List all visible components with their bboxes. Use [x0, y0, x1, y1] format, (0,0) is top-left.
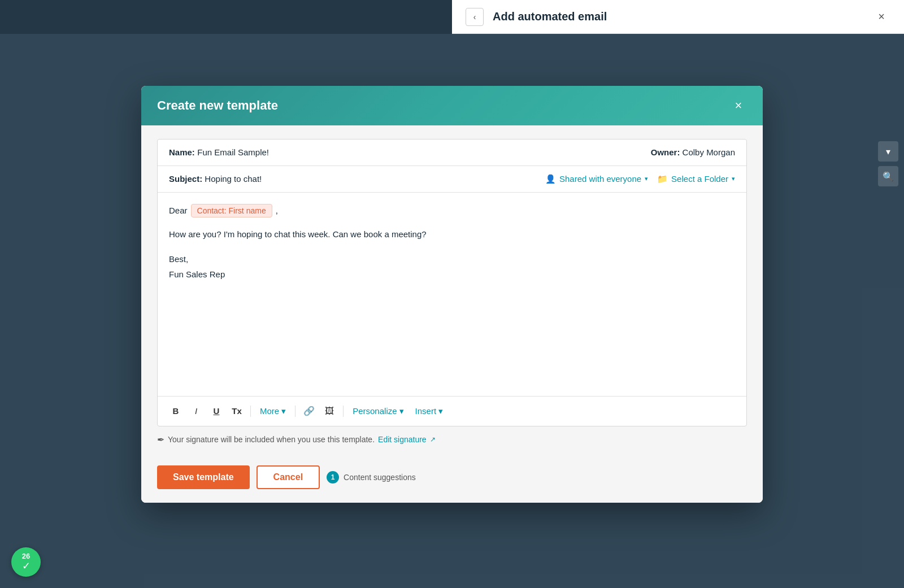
image-icon: 🖼	[325, 406, 334, 416]
edit-signature-link[interactable]: Edit signature	[378, 435, 427, 444]
signature-icon: ✒	[157, 434, 164, 445]
shared-chevron-icon: ▾	[645, 175, 648, 182]
suggestions-badge: 1	[327, 471, 339, 484]
notification-count: 26	[22, 552, 30, 560]
save-template-button[interactable]: Save template	[157, 465, 250, 489]
bold-icon: B	[173, 406, 179, 416]
insert-label: Insert	[415, 406, 437, 416]
shared-icon: 👤	[545, 174, 556, 184]
signature-line2: Fun Sales Rep	[169, 267, 735, 282]
subject-value: Hoping to chat!	[205, 174, 262, 184]
owner-value: Colby Morgan	[683, 147, 735, 157]
more-chevron-icon: ▾	[281, 406, 286, 416]
toolbar-separator-3	[343, 406, 344, 417]
personalize-button[interactable]: Personalize ▾	[348, 404, 408, 419]
select-folder-button[interactable]: 📁 Select a Folder ▾	[657, 174, 735, 184]
subject-field: Subject: Hoping to chat!	[169, 174, 262, 184]
bold-button[interactable]: B	[167, 402, 185, 420]
modal-backdrop: Create new template × Name: Fun Email Sa…	[0, 0, 904, 588]
link-button[interactable]: 🔗	[300, 402, 318, 420]
cancel-button[interactable]: Cancel	[257, 465, 320, 489]
owner-section: Owner: Colby Morgan	[651, 147, 735, 157]
subject-right-controls: 👤 Shared with everyone ▾ 📁 Select a Fold…	[545, 174, 735, 184]
suggestions-label: Content suggestions	[344, 473, 416, 482]
email-body-paragraph: How are you? I'm hoping to chat this wee…	[169, 228, 735, 241]
signature-note: ✒ Your signature will be included when y…	[157, 426, 747, 445]
modal-footer: Save template Cancel 1 Content suggestio…	[141, 456, 763, 503]
create-template-modal: Create new template × Name: Fun Email Sa…	[141, 86, 763, 503]
insert-chevron-icon: ▾	[438, 406, 443, 416]
subject-label: Subject:	[169, 174, 202, 184]
toolbar-separator-1	[250, 406, 251, 417]
personalize-label: Personalize	[353, 406, 397, 416]
italic-icon: I	[195, 406, 197, 416]
modal-body: Name: Fun Email Sample! Owner: Colby Mor…	[141, 125, 763, 456]
image-button[interactable]: 🖼	[320, 402, 338, 420]
italic-button[interactable]: I	[187, 402, 205, 420]
signature-line1: Best,	[169, 251, 735, 267]
name-row: Name: Fun Email Sample! Owner: Colby Mor…	[158, 140, 746, 166]
editor-toolbar: B I U Tx More ▾	[158, 396, 746, 426]
link-icon: 🔗	[303, 406, 315, 416]
modal-close-button[interactable]: ×	[730, 97, 747, 114]
name-value: Fun Email Sample!	[197, 147, 269, 157]
shared-with-button[interactable]: 👤 Shared with everyone ▾	[545, 174, 648, 184]
name-label: Name:	[169, 147, 195, 157]
subject-row: Subject: Hoping to chat! 👤 Shared with e…	[158, 166, 746, 193]
greeting-comma: ,	[276, 206, 278, 215]
folder-label: Select a Folder	[671, 174, 728, 184]
shared-label: Shared with everyone	[559, 174, 641, 184]
content-suggestions-button[interactable]: 1 Content suggestions	[327, 471, 416, 484]
clear-format-button[interactable]: Tx	[228, 402, 246, 420]
email-body-area[interactable]: Dear Contact: First name , How are you? …	[158, 193, 746, 385]
underline-button[interactable]: U	[207, 402, 225, 420]
clear-format-icon: Tx	[232, 406, 242, 416]
modal-header: Create new template ×	[141, 86, 763, 125]
modal-close-icon: ×	[735, 98, 742, 113]
greeting-text: Dear	[169, 206, 188, 215]
signature-note-text: Your signature will be included when you…	[168, 435, 375, 444]
notification-inner: 26 ✓	[22, 552, 31, 572]
notification-badge[interactable]: 26 ✓	[11, 547, 41, 577]
toolbar-separator-2	[295, 406, 295, 417]
owner-label: Owner:	[651, 147, 680, 157]
modal-title: Create new template	[157, 98, 278, 113]
personalize-chevron-icon: ▾	[399, 406, 404, 416]
folder-chevron-icon: ▾	[732, 175, 735, 182]
insert-button[interactable]: Insert ▾	[411, 404, 448, 419]
email-greeting: Dear Contact: First name ,	[169, 204, 735, 217]
folder-icon: 📁	[657, 174, 668, 184]
name-field: Name: Fun Email Sample!	[169, 147, 269, 158]
more-label: More	[260, 406, 279, 416]
email-signature: Best, Fun Sales Rep	[169, 251, 735, 282]
more-button[interactable]: More ▾	[255, 404, 290, 419]
underline-icon: U	[214, 406, 220, 416]
contact-token[interactable]: Contact: First name	[191, 204, 272, 217]
content-card: Name: Fun Email Sample! Owner: Colby Mor…	[157, 139, 747, 426]
notification-check-icon: ✓	[22, 560, 31, 572]
external-link-icon: ↗	[430, 435, 436, 443]
